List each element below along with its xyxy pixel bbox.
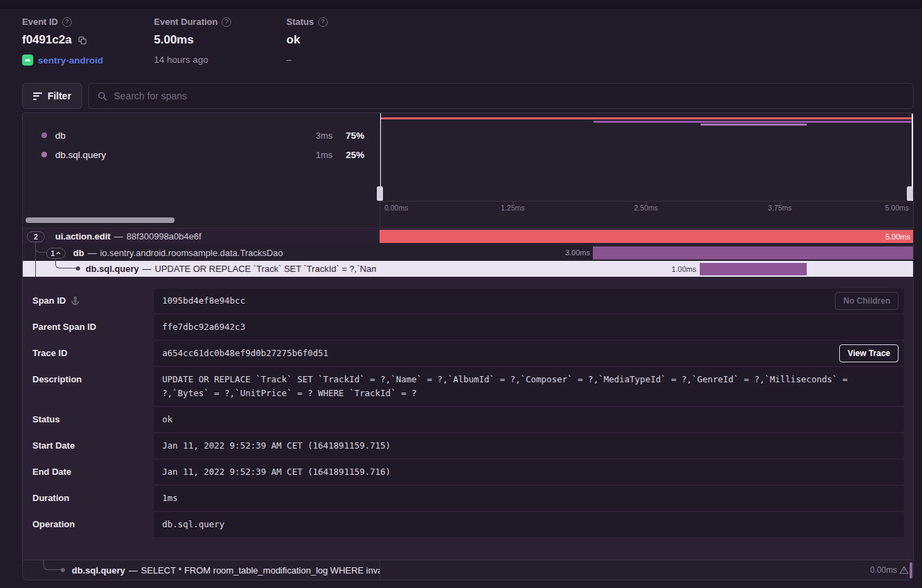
horizontal-scrollbar[interactable] [26,217,175,223]
window-top-strip [0,0,922,9]
footer-duration-label: 0.00ms [870,560,897,580]
legend-op-percent: 25% [333,150,364,160]
event-id-value: f0491c2a [22,33,72,47]
span-search-box[interactable] [88,83,914,109]
detail-value: 1095bd4ef8e94bcc [162,295,245,306]
tree-connector-elbow [43,560,61,570]
detail-row-end-date: End Date Jan 11, 2022 9:52:39 AM CET (16… [32,460,904,484]
event-duration-column: Event Duration 5.00ms 14 hours ago [154,17,231,65]
span-op: db.sql.query [86,264,139,274]
operations-breakdown-legend: db 3ms 75% db.sql.query 1ms 25% [23,113,380,213]
anchor-link-icon[interactable] [70,296,80,306]
axis-label-2: 2.50ms [634,204,658,212]
db-sql-query-duration-bar [700,263,807,275]
scrollbar-row [23,213,913,228]
detail-value: ffe7dbc92a6942c3 [162,322,245,332]
transaction-duration-bar: 5.00ms [380,230,913,243]
tree-connector-dot [76,266,80,271]
detail-value: UPDATE OR REPLACE `Track` SET `TrackId` … [162,374,847,398]
detail-row-duration: Duration 1ms [32,486,904,511]
help-icon[interactable] [318,17,328,27]
legend-op-name: db [55,130,66,141]
detail-value: 1ms [162,493,178,503]
axis-label-3: 3.75ms [768,204,792,212]
span-description: 88f300998a0b4e6f [126,231,201,242]
chevron-up-icon [56,251,61,255]
bar-duration-label: 1.00ms [671,261,696,277]
span-op: db [73,248,84,258]
dash-separator: — [128,565,137,576]
span-detail-page: Event ID f0491c2a sentry-android Event D… [0,0,922,588]
detail-label: Span ID [32,288,66,313]
span-tree: ui.action.edit — 88f300998a0b4e6f 5.00ms… [23,228,913,277]
help-icon[interactable] [222,17,231,27]
viewport-right-grip[interactable] [907,186,913,201]
detail-label: Operation [32,512,75,537]
op-color-dot [41,152,47,157]
detail-label: Start Date [32,433,75,458]
search-input[interactable] [114,90,905,101]
event-age: 14 hours ago [154,55,208,65]
legend-op-percent: 75% [333,130,364,141]
span-row-db-sql-query-selected[interactable]: db.sql.query — UPDATE OR REPLACE `Track`… [23,261,913,277]
axis-label-4: 5.00ms [885,204,909,212]
event-id-column: Event ID f0491c2a sentry-android [22,17,104,66]
span-row-footer[interactable]: db.sql.query — SELECT * FROM room_table_… [23,560,913,580]
detail-row-status: Status ok [32,407,904,432]
detail-label: End Date [32,460,71,484]
legend-row-db-sql-query[interactable]: db.sql.query 1ms 25% [23,145,380,164]
warning-icon [899,565,909,575]
detail-label: Description [32,367,82,392]
span-description: UPDATE OR REPLACE `Track` SET `TrackId` … [155,264,376,274]
event-duration-value: 5.00ms [154,33,194,47]
detail-value: Jan 11, 2022 9:52:39 AM CET (1641891159.… [162,467,391,477]
minimap-canvas[interactable] [380,113,913,201]
trace-waterfall-panel: db 3ms 75% db.sql.query 1ms 25% [22,112,914,580]
status-column: Status ok – [286,17,328,65]
filter-button-label: Filter [48,90,71,101]
time-axis: 0.00ms 1.25ms 2.50ms 3.75ms 5.00ms [380,201,913,213]
minimap-span-db [594,121,912,123]
status-sub-dash: – [286,55,292,65]
detail-row-span-id: Span ID 1095bd4ef8e94bcc No Children [32,288,904,313]
minimap-span-transaction [380,117,912,119]
help-icon[interactable] [62,17,72,27]
project-link[interactable]: sentry-android [38,55,104,66]
tree-connector-elbow [35,242,46,253]
android-platform-icon [22,55,33,66]
zero-duration-bar [910,562,912,578]
span-children-badge[interactable]: 2 [27,231,45,242]
dash-separator: — [114,231,123,242]
detail-row-trace-id: Trace ID a654cc61dc0b48ef9d0b27275b6f0d5… [32,341,904,366]
event-id-label: Event ID [22,17,58,27]
db-duration-bar [593,246,913,259]
detail-label: Duration [32,486,69,511]
legend-op-name: db.sql.query [55,150,106,160]
minimap-span-db-sql-query [700,124,807,126]
detail-row-operation: Operation db.sql.query [32,512,904,537]
minimap-section: db 3ms 75% db.sql.query 1ms 25% [23,113,913,213]
op-color-dot [41,133,47,138]
span-collapse-badge[interactable]: 1 [46,248,66,259]
span-row-db[interactable]: db — io.sentry.android.roomsample.data.T… [23,244,913,261]
detail-label: Status [32,407,60,432]
no-children-button[interactable]: No Children [835,292,899,310]
legend-op-duration: 1ms [297,150,333,160]
search-icon [97,91,108,101]
view-trace-button[interactable]: View Trace [839,344,899,362]
dash-separator: — [88,248,97,258]
badge-count: 1 [51,249,55,257]
tree-connector-elbow [55,258,77,268]
copy-icon[interactable] [77,35,88,46]
tree-connector-dot [61,568,65,572]
viewport-left-grip[interactable] [377,186,383,201]
legend-op-duration: 3ms [297,130,333,141]
filter-icon [33,92,42,100]
detail-value: a654cc61dc0b48ef9d0b27275b6f0d51 [162,348,328,358]
filter-button[interactable]: Filter [22,83,82,109]
legend-row-db[interactable]: db 3ms 75% [23,126,380,145]
status-label: Status [286,17,314,27]
span-row-transaction[interactable]: ui.action.edit — 88f300998a0b4e6f 5.00ms [23,228,913,244]
detail-value: db.sql.query [162,519,224,529]
detail-value: Jan 11, 2022 9:52:39 AM CET (1641891159.… [162,440,391,451]
